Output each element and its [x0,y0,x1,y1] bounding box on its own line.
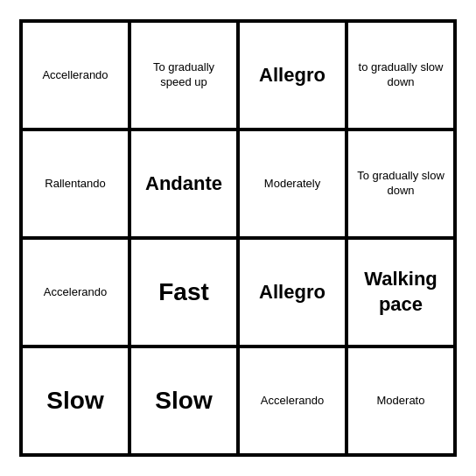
cell-r0-c1: To gradually speed up [130,21,238,130]
cell-r2-c3: Walking pace [346,238,455,346]
cell-r1-c0: Rallentando [21,130,130,238]
cell-r0-c2: Allegro [238,21,346,130]
bingo-grid: AccellerandoTo gradually speed upAllegro… [19,19,457,457]
cell-r3-c2: Accelerando [238,346,346,455]
cell-r1-c2: Moderately [238,130,346,238]
cell-r3-c1: Slow [130,346,238,455]
cell-r1-c1: Andante [130,130,238,238]
cell-r2-c2: Allegro [238,238,346,346]
cell-r2-c1: Fast [130,238,238,346]
cell-r1-c3: To gradually slow down [346,130,455,238]
cell-r0-c0: Accellerando [21,21,130,130]
cell-r2-c0: Accelerando [21,238,130,346]
cell-r3-c0: Slow [21,346,130,455]
cell-r0-c3: to gradually slow down [346,21,455,130]
cell-r3-c3: Moderato [346,346,455,455]
